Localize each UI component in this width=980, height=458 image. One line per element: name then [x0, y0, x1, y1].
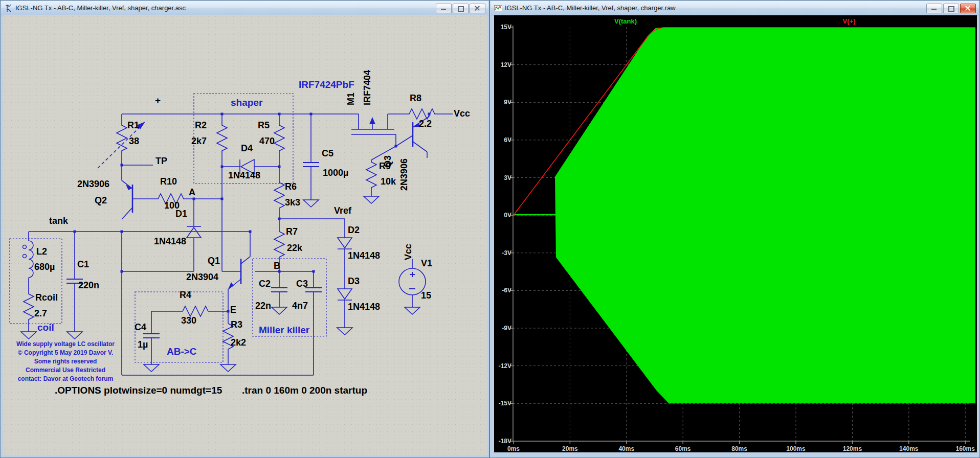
label-d2-val[interactable]: 1N4148 — [348, 251, 380, 260]
label-vref-net[interactable]: Vref — [334, 206, 351, 215]
transistor-Q1[interactable] — [228, 257, 250, 289]
label-q2-val[interactable]: 2N3906 — [77, 179, 109, 189]
label-shaper-box-label[interactable]: shaper — [231, 98, 262, 107]
label-d4-ref[interactable]: D4 — [241, 144, 253, 153]
label-r2-val[interactable]: 2k7 — [191, 136, 207, 146]
waveform-titlebar[interactable]: IGSL-NG Tx - AB-C, Miller-killer, Vref, … — [491, 1, 979, 15]
label-copyright-2[interactable]: © Copyright 5 May 2019 Davor V. — [18, 350, 113, 356]
label-r6-ref[interactable]: R6 — [285, 182, 297, 191]
label-r8-ref[interactable]: R8 — [410, 94, 421, 103]
label-abc-box-label[interactable]: AB->C — [167, 347, 197, 356]
label-r5-val[interactable]: 470 — [259, 136, 275, 146]
label-r7-ref[interactable]: R7 — [286, 227, 298, 236]
label-spice-tran[interactable]: .tran 0 160m 0 200n startup — [242, 385, 367, 395]
close-button[interactable] — [470, 4, 485, 13]
waveform-traces[interactable] — [494, 15, 977, 452]
mosfet-M1[interactable] — [351, 114, 394, 134]
schematic-canvas[interactable]: +R138TP2N3906Q2R10100AD11N4148tankL2680µ… — [3, 15, 487, 455]
label-copyright-1[interactable]: Wide supply voltage LC oscillator — [16, 341, 115, 347]
label-r4-ref[interactable]: R4 — [180, 290, 191, 300]
label-d1-ref[interactable]: D1 — [175, 209, 187, 218]
label-plus-flag[interactable]: + — [155, 96, 161, 105]
label-c1-ref[interactable]: C1 — [77, 260, 89, 269]
label-vcc-v1-net[interactable]: Vcc — [404, 244, 413, 260]
label-c3-ref[interactable]: C3 — [296, 279, 308, 288]
y-axis-tick--12V: -12V — [494, 362, 511, 370]
label-d1-val[interactable]: 1N4148 — [154, 237, 186, 246]
legend-V(tank)[interactable]: V(tank) — [614, 17, 637, 26]
schematic-titlebar[interactable]: IGSL-NG Tx - AB-C, Miller-killer, Vref, … — [1, 1, 488, 15]
label-c5-ref[interactable]: C5 — [322, 149, 333, 158]
label-d4-val[interactable]: 1N4148 — [228, 171, 260, 180]
label-d2-ref[interactable]: D2 — [348, 225, 360, 235]
label-d3-val[interactable]: 1N4148 — [348, 302, 380, 311]
inductor-L2[interactable] — [23, 241, 34, 278]
label-b-net[interactable]: B — [274, 261, 280, 270]
legend-V(+)[interactable]: V(+) — [843, 17, 856, 26]
label-r5-ref[interactable]: R5 — [258, 121, 270, 130]
maximize-icon — [458, 6, 464, 12]
label-r1-ref[interactable]: R1 — [127, 121, 139, 130]
label-r10-ref[interactable]: R10 — [160, 177, 177, 186]
label-rcoil-ref[interactable]: Rcoil — [35, 293, 58, 302]
label-rcoil-val[interactable]: 2.7 — [34, 309, 47, 318]
label-vcc-rail-net[interactable]: Vcc — [454, 109, 470, 118]
label-r8-val[interactable]: 2.2 — [419, 119, 432, 128]
label-r2-ref[interactable]: R2 — [195, 121, 207, 130]
label-m1-val[interactable]: IRF7404 — [363, 70, 372, 105]
minimize-button[interactable] — [436, 4, 452, 13]
schematic-window-title: IGSL-NG Tx - AB-C, Miller-killer, Vref, … — [15, 4, 186, 12]
maximize-button[interactable] — [943, 4, 959, 13]
minimize-button[interactable] — [926, 4, 942, 13]
label-r3-val[interactable]: 2k2 — [231, 338, 246, 347]
maximize-button[interactable] — [453, 4, 469, 13]
label-c4-val[interactable]: 1µ — [138, 340, 148, 349]
x-axis-tick-120ms: 120ms — [838, 445, 866, 452]
label-c2-val[interactable]: 22n — [255, 301, 271, 310]
label-c4-ref[interactable]: C4 — [135, 323, 146, 332]
label-q1-ref[interactable]: Q1 — [208, 256, 220, 265]
label-copyright-3[interactable]: Some rights reserved — [34, 358, 97, 364]
label-e-net[interactable]: E — [230, 305, 236, 314]
y-axis-tick-6V: 6V — [494, 136, 511, 144]
close-button[interactable] — [960, 4, 976, 13]
transistor-Q2[interactable] — [122, 180, 132, 219]
label-copyright-5[interactable]: contact: Davor at Geotech forum — [18, 376, 114, 382]
label-r6-val[interactable]: 3k3 — [285, 198, 300, 207]
label-r7-val[interactable]: 22k — [287, 243, 302, 253]
waveform-plot-pane[interactable]: 15V12V9V6V3V0V-3V-6V-9V-12V-15V-18V0ms20… — [494, 15, 977, 452]
label-m1-ref[interactable]: M1 — [346, 93, 355, 105]
label-m1-comment[interactable]: IRF7424PbF — [299, 80, 354, 89]
label-tp-net[interactable]: TP — [155, 156, 167, 166]
label-a-net[interactable]: A — [189, 188, 195, 197]
label-r4-val[interactable]: 330 — [181, 316, 196, 325]
label-v1-val[interactable]: 15 — [421, 291, 431, 300]
capacitor-C2 — [271, 288, 287, 292]
label-c2-ref[interactable]: C2 — [259, 279, 271, 288]
label-r3-ref[interactable]: R3 — [231, 320, 242, 329]
label-spice-options[interactable]: .OPTIONS plotwinsize=0 numdgt=15 — [55, 385, 222, 395]
label-r1-val[interactable]: 38 — [129, 136, 139, 146]
ltspice-schematic-icon — [5, 4, 13, 12]
label-r9-val[interactable]: 10k — [381, 177, 396, 186]
label-q3-ref[interactable]: Q3 — [383, 155, 392, 168]
label-mk-box-label[interactable]: Miller killer — [259, 325, 309, 335]
label-copyright-4[interactable]: Commercial Use Restricted — [26, 367, 105, 373]
label-c5-val[interactable]: 1000µ — [323, 168, 348, 177]
y-axis-tick--9V: -9V — [494, 325, 511, 332]
label-q1-val[interactable]: 2N3904 — [186, 272, 218, 282]
label-v1-ref[interactable]: V1 — [421, 259, 432, 268]
y-axis-tick--6V: -6V — [494, 287, 511, 294]
label-c3-val[interactable]: 4n7 — [292, 301, 308, 310]
label-tank-net[interactable]: tank — [49, 216, 68, 225]
minimize-icon — [441, 9, 446, 10]
label-coil-box-label[interactable]: coil — [37, 323, 54, 332]
ltspice-waveform-icon — [494, 4, 502, 12]
y-axis-tick-12V: 12V — [494, 61, 511, 68]
label-c1-val[interactable]: 220n — [78, 281, 99, 290]
label-q3-val[interactable]: 2N3906 — [399, 158, 409, 191]
label-l2-ref[interactable]: L2 — [36, 247, 47, 256]
label-d3-ref[interactable]: D3 — [348, 277, 360, 286]
label-q2-ref[interactable]: Q2 — [95, 196, 107, 205]
label-l2-val[interactable]: 680µ — [34, 262, 55, 271]
